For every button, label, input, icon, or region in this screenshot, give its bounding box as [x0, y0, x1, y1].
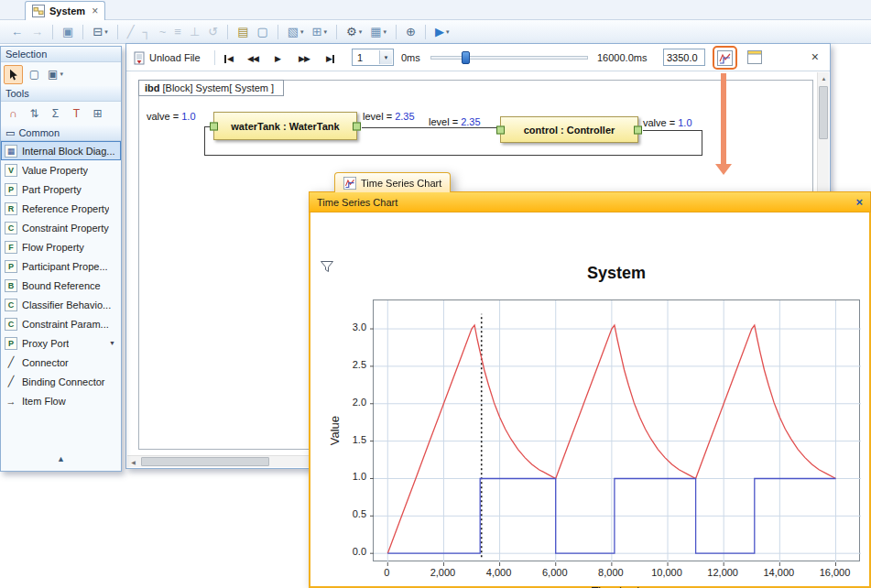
diagram-icon — [32, 5, 45, 17]
scrollbar-thumb[interactable] — [141, 457, 269, 466]
connector-label-valve-left[interactable]: valve = 1.0 — [147, 111, 196, 122]
collapse-button[interactable]: ▲ — [1, 454, 121, 463]
step-to-end-button[interactable]: ▶ — [326, 52, 335, 65]
tools-header: Tools — [1, 86, 121, 102]
marquee-select-button[interactable]: ▢ — [25, 65, 44, 84]
rectilinear-path-icon[interactable]: ┐ — [139, 23, 155, 41]
rewind-button[interactable]: ◀◀ — [247, 52, 258, 65]
sticky-mode-icon[interactable]: ╱ — [124, 23, 138, 41]
sidebar-item-constraint-param[interactable]: CConstraint Param... — [1, 314, 121, 333]
text-button[interactable]: T — [67, 104, 86, 124]
connector-label-valve-right[interactable]: valve = 1.0 — [643, 117, 692, 128]
diagram-layout-icon[interactable]: ▦▾ — [366, 23, 390, 41]
zoom-icon[interactable]: ⊕ — [402, 23, 419, 41]
dropdown-arrow-icon[interactable]: ▾ — [359, 28, 363, 36]
swimlane-icon: ⇅ — [29, 108, 38, 119]
scroll-up-icon[interactable]: ▲ — [818, 72, 830, 84]
dropdown-arrow-icon[interactable]: ▾ — [300, 28, 304, 36]
frame-name: [Block] System[ System ] — [163, 82, 275, 93]
x-axis-label: Time(ms) — [373, 584, 860, 588]
sidebar-item-part-property[interactable]: PPart Property — [1, 180, 121, 199]
filter-icon[interactable] — [320, 260, 334, 275]
select-cursor-button[interactable] — [4, 65, 23, 84]
step-to-start-button[interactable]: ◀ — [223, 52, 233, 65]
selection-header: Selection — [1, 47, 121, 62]
sidebar-item-connector[interactable]: ╱Connector — [1, 353, 121, 372]
chart-title: System — [373, 264, 860, 283]
connector-label-level-left[interactable]: level = 2.35 — [363, 111, 415, 122]
time-series-chart-window: Time Series Chart Time Series Chart × Sy… — [309, 172, 871, 588]
sidebar-item-bound-reference[interactable]: BBound Reference — [1, 276, 121, 295]
layout-grid-button[interactable]: ⊞ — [88, 104, 107, 124]
dropdown-arrow-icon[interactable]: ▾ — [104, 28, 108, 36]
dropdown-arrow-icon[interactable]: ▾ — [383, 28, 387, 36]
sidebar-item-binding-connector[interactable]: ╱Binding Connector — [1, 372, 121, 391]
chart-window-close-button[interactable]: × — [855, 196, 863, 208]
slider-track — [430, 56, 588, 60]
forward-icon[interactable]: → — [27, 23, 47, 41]
time-input[interactable] — [663, 49, 705, 66]
block-control[interactable]: control : Controller — [500, 116, 638, 143]
item-icon: R — [5, 202, 17, 215]
x-tick-label: 10,000 — [639, 567, 694, 578]
shapes-icon[interactable]: ▧▾ — [284, 23, 308, 41]
oblique-path-icon[interactable]: ~ — [156, 23, 170, 41]
related-elements-icon[interactable]: ▣ — [59, 23, 77, 41]
sidebar-item-proxy-port[interactable]: PProxy Port▼ — [1, 333, 121, 353]
sim-toolbar-close-button[interactable]: × — [811, 50, 819, 63]
connector-valve — [204, 126, 205, 156]
sum-button[interactable]: Σ — [46, 104, 65, 124]
open-time-series-chart-button[interactable] — [713, 46, 737, 70]
x-tick-label: 6,000 — [528, 567, 582, 578]
combo-arrow-icon[interactable]: ▼ — [379, 50, 392, 64]
sidebar-item-constraint-property[interactable]: CConstraint Property — [1, 218, 121, 237]
tab-system[interactable]: System × — [25, 1, 105, 20]
chart-window-titlebar[interactable]: Time Series Chart × — [309, 191, 871, 212]
sidebar-item-classifier-behavio[interactable]: CClassifier Behavio... — [1, 295, 121, 314]
common-header: ▭ Common — [1, 125, 121, 141]
paste-icon[interactable]: ▤ — [234, 23, 252, 41]
structure-tree-icon[interactable]: ⊟▾ — [89, 23, 111, 41]
tab-time-series-chart[interactable]: Time Series Chart — [334, 172, 451, 192]
sidebar-item-flow-property[interactable]: FFlow Property — [1, 237, 121, 256]
perpendicular-icon[interactable]: ⊥ — [186, 23, 203, 41]
toolbar-separator — [52, 25, 53, 39]
scrollbar-thumb[interactable] — [819, 86, 828, 139]
play-button[interactable]: ▶ — [275, 52, 280, 65]
scroll-left-icon[interactable]: ◀ — [127, 456, 139, 468]
dropdown-arrow-icon[interactable]: ▾ — [446, 28, 450, 36]
sidebar-item-value-property[interactable]: VValue Property — [1, 160, 121, 180]
swimlane-button[interactable]: ⇅ — [25, 104, 44, 124]
sidebar-item-internal-block-diag[interactable]: ▦Internal Block Diag... — [1, 141, 121, 160]
fast-forward-button[interactable]: ▶▶ — [299, 52, 310, 65]
sidebar-item-participant-prope[interactable]: PParticipant Prope... — [1, 256, 121, 276]
dropdown-arrow-icon[interactable]: ▾ — [60, 71, 63, 78]
run-simulation-icon[interactable]: ▶▾ — [431, 23, 453, 41]
align-elements-icon[interactable]: ≡ — [170, 23, 185, 41]
item-icon: C — [5, 222, 17, 234]
unload-file-button[interactable]: Unload File — [134, 49, 201, 67]
block-watertank[interactable]: waterTank : WaterTank — [213, 112, 357, 140]
magnet-button[interactable]: ∩ — [4, 104, 23, 124]
callout-arrow — [721, 73, 726, 166]
simulation-options-button[interactable] — [747, 50, 762, 66]
fast-forward-icon: ▶▶ — [299, 54, 310, 63]
sidebar-item-item-flow[interactable]: →Item Flow — [1, 391, 121, 410]
time-slider[interactable] — [430, 49, 588, 66]
tab-close-icon[interactable]: × — [92, 5, 98, 16]
dropdown-arrow-icon[interactable]: ▾ — [324, 28, 328, 36]
slider-handle[interactable] — [462, 51, 470, 64]
selection-filter-button[interactable]: ▣▾ — [46, 65, 65, 84]
trigger-select[interactable]: 1 ▼ — [352, 49, 394, 66]
sidebar-item-reference-property[interactable]: RReference Property — [1, 199, 121, 218]
tools-panel: Selection ▢▣▾ Tools ∩⇅ΣT⊞ ▭ Common ▦Inte… — [0, 46, 122, 472]
connector-label-level-right[interactable]: level = 2.35 — [429, 116, 481, 127]
note-icon[interactable]: ▢ — [253, 23, 271, 41]
run-simulation-glyph: ▶ — [435, 26, 444, 38]
tables-icon[interactable]: ⊞▾ — [309, 23, 331, 41]
back-icon[interactable]: ← — [7, 23, 27, 41]
dropdown-arrow-icon[interactable]: ▼ — [109, 340, 117, 346]
settings-gear-icon[interactable]: ⚙▾ — [343, 23, 365, 41]
toolbar-separator — [336, 25, 337, 39]
reset-layout-icon[interactable]: ↺ — [204, 23, 222, 41]
